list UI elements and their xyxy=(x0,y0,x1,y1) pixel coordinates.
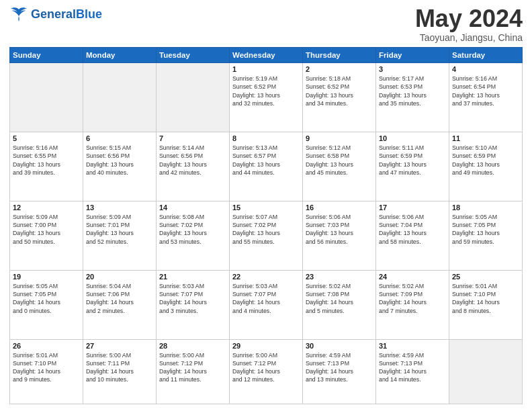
day-number: 26 xyxy=(13,342,80,350)
day-info: Sunrise: 5:05 AM Sunset: 7:05 PM Dayligh… xyxy=(452,213,519,246)
day-number: 30 xyxy=(306,342,373,350)
table-row: 3Sunrise: 5:17 AM Sunset: 6:53 PM Daylig… xyxy=(376,63,449,132)
day-info: Sunrise: 5:12 AM Sunset: 6:58 PM Dayligh… xyxy=(306,144,373,177)
title-block: May 2024 Taoyuan, Jiangsu, China xyxy=(415,7,523,43)
day-number: 28 xyxy=(159,342,226,350)
table-row: 15Sunrise: 5:07 AM Sunset: 7:02 PM Dayli… xyxy=(230,201,303,270)
day-info: Sunrise: 5:14 AM Sunset: 6:56 PM Dayligh… xyxy=(159,144,226,177)
day-info: Sunrise: 5:00 AM Sunset: 7:12 PM Dayligh… xyxy=(159,351,226,384)
day-info: Sunrise: 5:02 AM Sunset: 7:08 PM Dayligh… xyxy=(306,282,373,315)
table-row: 2Sunrise: 5:18 AM Sunset: 6:52 PM Daylig… xyxy=(303,63,376,132)
calendar-header-row: Sunday Monday Tuesday Wednesday Thursday… xyxy=(10,48,523,63)
day-number: 13 xyxy=(86,203,153,212)
table-row: 4Sunrise: 5:16 AM Sunset: 6:54 PM Daylig… xyxy=(449,63,523,132)
day-info: Sunrise: 5:11 AM Sunset: 6:59 PM Dayligh… xyxy=(379,144,446,177)
table-row: 11Sunrise: 5:10 AM Sunset: 6:59 PM Dayli… xyxy=(449,132,523,201)
col-wednesday: Wednesday xyxy=(230,48,303,63)
day-info: Sunrise: 5:16 AM Sunset: 6:55 PM Dayligh… xyxy=(13,144,80,177)
table-row: 5Sunrise: 5:16 AM Sunset: 6:55 PM Daylig… xyxy=(10,132,83,201)
day-number: 23 xyxy=(306,273,373,281)
table-row: 6Sunrise: 5:15 AM Sunset: 6:56 PM Daylig… xyxy=(83,132,157,201)
calendar-week-row: 5Sunrise: 5:16 AM Sunset: 6:55 PM Daylig… xyxy=(10,132,523,201)
day-number: 5 xyxy=(13,134,80,142)
day-number: 21 xyxy=(159,273,226,281)
col-tuesday: Tuesday xyxy=(157,48,230,63)
table-row xyxy=(83,63,157,132)
day-info: Sunrise: 5:13 AM Sunset: 6:57 PM Dayligh… xyxy=(232,144,300,177)
table-row: 17Sunrise: 5:06 AM Sunset: 7:04 PM Dayli… xyxy=(376,201,449,270)
table-row: 18Sunrise: 5:05 AM Sunset: 7:05 PM Dayli… xyxy=(449,201,523,270)
day-info: Sunrise: 5:08 AM Sunset: 7:02 PM Dayligh… xyxy=(159,213,226,246)
day-info: Sunrise: 5:01 AM Sunset: 7:10 PM Dayligh… xyxy=(452,282,519,315)
day-number: 24 xyxy=(379,273,446,281)
logo: GeneralBlue xyxy=(9,7,102,21)
table-row: 19Sunrise: 5:05 AM Sunset: 7:05 PM Dayli… xyxy=(10,270,83,339)
table-row: 20Sunrise: 5:04 AM Sunset: 7:06 PM Dayli… xyxy=(83,270,157,339)
day-number: 9 xyxy=(306,134,373,142)
day-number: 7 xyxy=(159,134,226,142)
calendar-week-row: 1Sunrise: 5:19 AM Sunset: 6:52 PM Daylig… xyxy=(10,63,523,132)
day-info: Sunrise: 5:17 AM Sunset: 6:53 PM Dayligh… xyxy=(379,75,446,107)
table-row: 1Sunrise: 5:19 AM Sunset: 6:52 PM Daylig… xyxy=(230,63,303,132)
day-info: Sunrise: 5:02 AM Sunset: 7:09 PM Dayligh… xyxy=(379,282,446,315)
table-row: 29Sunrise: 5:00 AM Sunset: 7:12 PM Dayli… xyxy=(230,339,303,404)
table-row: 30Sunrise: 4:59 AM Sunset: 7:13 PM Dayli… xyxy=(303,339,376,404)
table-row: 21Sunrise: 5:03 AM Sunset: 7:07 PM Dayli… xyxy=(157,270,230,339)
day-info: Sunrise: 5:04 AM Sunset: 7:06 PM Dayligh… xyxy=(86,282,153,315)
day-number: 18 xyxy=(452,203,519,212)
col-friday: Friday xyxy=(376,48,449,63)
day-info: Sunrise: 5:18 AM Sunset: 6:52 PM Dayligh… xyxy=(306,75,373,107)
day-number: 1 xyxy=(232,65,300,73)
day-number: 11 xyxy=(452,134,519,142)
table-row: 28Sunrise: 5:00 AM Sunset: 7:12 PM Dayli… xyxy=(157,339,230,404)
table-row xyxy=(449,339,523,404)
day-number: 27 xyxy=(86,342,153,350)
table-row: 23Sunrise: 5:02 AM Sunset: 7:08 PM Dayli… xyxy=(303,270,376,339)
day-info: Sunrise: 5:10 AM Sunset: 6:59 PM Dayligh… xyxy=(452,144,519,177)
logo-blue: Blue xyxy=(76,7,102,21)
table-row: 7Sunrise: 5:14 AM Sunset: 6:56 PM Daylig… xyxy=(157,132,230,201)
table-row xyxy=(157,63,230,132)
col-monday: Monday xyxy=(83,48,157,63)
page: GeneralBlue May 2024 Taoyuan, Jiangsu, C… xyxy=(0,0,532,411)
calendar-table: Sunday Monday Tuesday Wednesday Thursday… xyxy=(9,47,523,404)
day-number: 19 xyxy=(13,273,80,281)
calendar-week-row: 19Sunrise: 5:05 AM Sunset: 7:05 PM Dayli… xyxy=(10,270,523,339)
day-info: Sunrise: 5:07 AM Sunset: 7:02 PM Dayligh… xyxy=(232,213,300,246)
day-info: Sunrise: 5:16 AM Sunset: 6:54 PM Dayligh… xyxy=(452,75,519,107)
table-row: 12Sunrise: 5:09 AM Sunset: 7:00 PM Dayli… xyxy=(10,201,83,270)
day-info: Sunrise: 4:59 AM Sunset: 7:13 PM Dayligh… xyxy=(379,351,446,384)
month-title: May 2024 xyxy=(415,7,523,31)
table-row xyxy=(10,63,83,132)
table-row: 16Sunrise: 5:06 AM Sunset: 7:03 PM Dayli… xyxy=(303,201,376,270)
day-number: 2 xyxy=(306,65,373,73)
day-number: 8 xyxy=(232,134,300,142)
day-number: 6 xyxy=(86,134,153,142)
calendar-week-row: 26Sunrise: 5:01 AM Sunset: 7:10 PM Dayli… xyxy=(10,339,523,404)
day-info: Sunrise: 5:00 AM Sunset: 7:11 PM Dayligh… xyxy=(86,351,153,384)
day-info: Sunrise: 5:15 AM Sunset: 6:56 PM Dayligh… xyxy=(86,144,153,177)
day-number: 17 xyxy=(379,203,446,212)
col-thursday: Thursday xyxy=(303,48,376,63)
day-number: 29 xyxy=(232,342,300,350)
table-row: 13Sunrise: 5:09 AM Sunset: 7:01 PM Dayli… xyxy=(83,201,157,270)
day-number: 15 xyxy=(232,203,300,212)
location: Taoyuan, Jiangsu, China xyxy=(415,32,523,43)
day-info: Sunrise: 5:01 AM Sunset: 7:10 PM Dayligh… xyxy=(13,351,80,384)
day-number: 4 xyxy=(452,65,519,73)
table-row: 24Sunrise: 5:02 AM Sunset: 7:09 PM Dayli… xyxy=(376,270,449,339)
day-info: Sunrise: 5:03 AM Sunset: 7:07 PM Dayligh… xyxy=(232,282,300,315)
day-number: 31 xyxy=(379,342,446,350)
day-info: Sunrise: 5:09 AM Sunset: 7:01 PM Dayligh… xyxy=(86,213,153,246)
table-row: 10Sunrise: 5:11 AM Sunset: 6:59 PM Dayli… xyxy=(376,132,449,201)
day-info: Sunrise: 5:06 AM Sunset: 7:03 PM Dayligh… xyxy=(306,213,373,246)
col-sunday: Sunday xyxy=(10,48,83,63)
day-info: Sunrise: 5:05 AM Sunset: 7:05 PM Dayligh… xyxy=(13,282,80,315)
day-info: Sunrise: 5:19 AM Sunset: 6:52 PM Dayligh… xyxy=(232,75,300,107)
day-number: 3 xyxy=(379,65,446,73)
table-row: 14Sunrise: 5:08 AM Sunset: 7:02 PM Dayli… xyxy=(157,201,230,270)
table-row: 31Sunrise: 4:59 AM Sunset: 7:13 PM Dayli… xyxy=(376,339,449,404)
table-row: 27Sunrise: 5:00 AM Sunset: 7:11 PM Dayli… xyxy=(83,339,157,404)
day-number: 25 xyxy=(452,273,519,281)
day-info: Sunrise: 5:09 AM Sunset: 7:00 PM Dayligh… xyxy=(13,213,80,246)
